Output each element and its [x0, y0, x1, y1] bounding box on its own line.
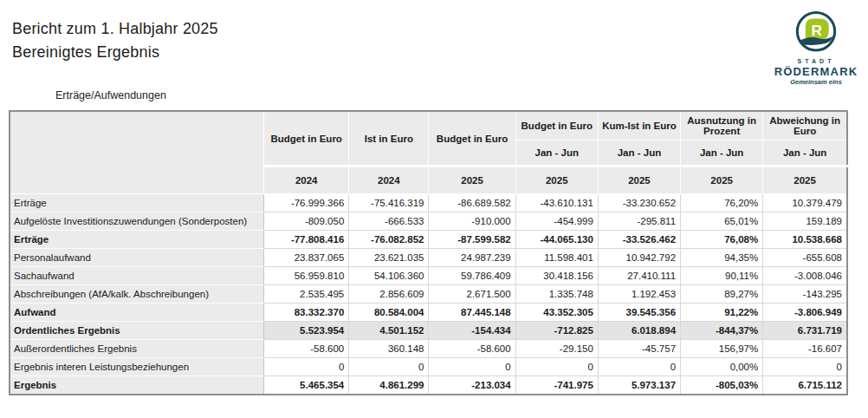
cell-value: 0 — [598, 358, 680, 376]
cell-value: 54.106.360 — [349, 267, 429, 285]
cell-value: 10.942.792 — [598, 249, 680, 267]
cell-value: 76,20% — [681, 194, 763, 212]
table-row: Aufwand83.332.37080.584.00487.445.14843.… — [10, 304, 847, 322]
logo-tagline: Gemeinsam eins — [771, 79, 861, 86]
cell-value: -741.975 — [515, 376, 598, 395]
cell-value: 94,35% — [681, 249, 763, 267]
cell-value: -154.434 — [429, 322, 515, 340]
cell-value: -712.825 — [515, 322, 598, 340]
column-header: Abweichung in Euro — [763, 111, 847, 140]
cell-value: 83.332.370 — [264, 304, 349, 322]
table-row: Abschreibungen (AfA/kalk. Abschreibungen… — [10, 285, 847, 304]
column-year: 2025 — [681, 167, 763, 194]
cell-value: -58.600 — [264, 340, 349, 358]
cell-value: -666.533 — [349, 212, 429, 231]
cell-value: 6.715.112 — [763, 376, 847, 395]
cell-value: 4.861.299 — [349, 376, 429, 395]
report-page: Bericht zum 1. Halbjahr 2025 Bereinigtes… — [0, 0, 868, 418]
cell-value: 360.148 — [349, 340, 429, 358]
cell-value: -33.526.462 — [598, 231, 680, 249]
cell-value: 80.584.004 — [349, 304, 429, 322]
cell-value: 1.192.453 — [598, 285, 680, 304]
table-row: Erträge-77.808.416-76.082.852-87.599.582… — [10, 231, 847, 249]
cell-value: 0 — [763, 358, 847, 376]
column-year: 2025 — [429, 167, 515, 194]
column-year: 2025 — [598, 167, 680, 194]
table-row: Außerordentliches Ergebnis-58.600360.148… — [10, 340, 847, 358]
cell-value: -29.150 — [515, 340, 598, 358]
row-label: Aufgelöste Investitionszuwendungen (Sond… — [10, 212, 264, 231]
report-title-line1: Bericht zum 1. Halbjahr 2025 — [12, 17, 218, 41]
cell-value: 5.465.354 — [264, 376, 349, 395]
cell-value: 159.189 — [763, 212, 847, 231]
cell-value: -213.034 — [429, 376, 515, 395]
cell-value: 39.545.356 — [598, 304, 680, 322]
row-label: Personalaufwand — [10, 249, 264, 267]
cell-value: -3.008.046 — [763, 267, 847, 285]
row-label: Erträge — [10, 231, 264, 249]
report-table: Budget in Euro Ist in Euro Budget in Eur… — [9, 110, 848, 395]
cell-value: 6.731.719 — [763, 322, 847, 340]
row-label: Außerordentliches Ergebnis — [10, 340, 264, 358]
table-body: Erträge-76.999.366-75.416.319-86.689.582… — [10, 194, 847, 395]
cell-value: -76.082.852 — [349, 231, 429, 249]
cell-value: 2.535.495 — [264, 285, 349, 304]
logo-city-name: RÖDERMARK — [771, 66, 861, 77]
cell-value: 43.352.305 — [515, 304, 598, 322]
cell-value: 59.786.409 — [429, 267, 515, 285]
cell-value: -76.999.366 — [264, 194, 349, 212]
page-title: Bericht zum 1. Halbjahr 2025 Bereinigtes… — [12, 17, 218, 64]
cell-value: -44.065.130 — [515, 231, 598, 249]
cell-value: 27.410.111 — [598, 267, 680, 285]
cell-value: -809.050 — [264, 212, 349, 231]
roedermark-emblem-icon: R — [794, 10, 839, 56]
row-label: Aufwand — [10, 304, 264, 322]
table-row: Ergebnis interen Leistungsbeziehungen000… — [10, 358, 847, 376]
cell-value: 90,11% — [681, 267, 763, 285]
cell-value: -454.999 — [515, 212, 598, 231]
cell-value: -58.600 — [429, 340, 515, 358]
cell-value: -655.608 — [763, 249, 847, 267]
cell-value: -295.811 — [598, 212, 680, 231]
cell-value: 4.501.152 — [349, 322, 429, 340]
cell-value: 156,97% — [681, 340, 763, 358]
cell-value: 0 — [349, 358, 429, 376]
table-header: Budget in Euro Ist in Euro Budget in Eur… — [10, 111, 847, 194]
row-label: Ergebnis — [10, 376, 264, 395]
table-row: Ordentliches Ergebnis5.523.9544.501.152-… — [10, 322, 847, 340]
cell-value: 5.973.137 — [598, 376, 680, 395]
column-header: Kum-Ist in Euro — [598, 111, 680, 140]
column-subheader: Jan - Jun — [681, 140, 763, 167]
cell-value: 2.671.500 — [429, 285, 515, 304]
cell-value: -45.757 — [598, 340, 680, 358]
section-label: Erträge/Aufwendungen — [55, 89, 166, 101]
column-subheader: Jan - Jun — [598, 140, 680, 167]
cell-value: 2.856.609 — [349, 285, 429, 304]
cell-value: -87.599.582 — [429, 231, 515, 249]
cell-value: 89,27% — [681, 285, 763, 304]
cell-value: 65,01% — [681, 212, 763, 231]
cell-value: -805,03% — [681, 376, 763, 395]
corner-cell — [10, 111, 264, 194]
table-row: Personalaufwand23.837.06523.621.03524.98… — [10, 249, 847, 267]
stadt-roedermark-logo: R STADT RÖDERMARK Gemeinsam eins — [771, 10, 861, 86]
header-title-row: Budget in Euro Ist in Euro Budget in Eur… — [10, 111, 847, 140]
column-header: Budget in Euro — [515, 111, 598, 140]
cell-value: 24.987.239 — [429, 249, 515, 267]
cell-value: 91,22% — [681, 304, 763, 322]
column-subheader: Jan - Jun — [763, 140, 847, 167]
cell-value: 23.621.035 — [349, 249, 429, 267]
column-subheader: Jan - Jun — [515, 140, 598, 167]
cell-value: -77.808.416 — [264, 231, 349, 249]
row-label: Erträge — [10, 194, 264, 212]
cell-value: 30.418.156 — [515, 267, 598, 285]
column-year: 2024 — [349, 167, 429, 194]
table-row: Ergebnis5.465.3544.861.299-213.034-741.9… — [10, 376, 847, 395]
column-header: Budget in Euro — [264, 111, 349, 167]
column-year: 2024 — [264, 167, 349, 194]
cell-value: -43.610.131 — [515, 194, 598, 212]
cell-value: 56.959.810 — [264, 267, 349, 285]
logo-letter: R — [812, 22, 823, 39]
column-year: 2025 — [763, 167, 847, 194]
cell-value: 23.837.065 — [264, 249, 349, 267]
